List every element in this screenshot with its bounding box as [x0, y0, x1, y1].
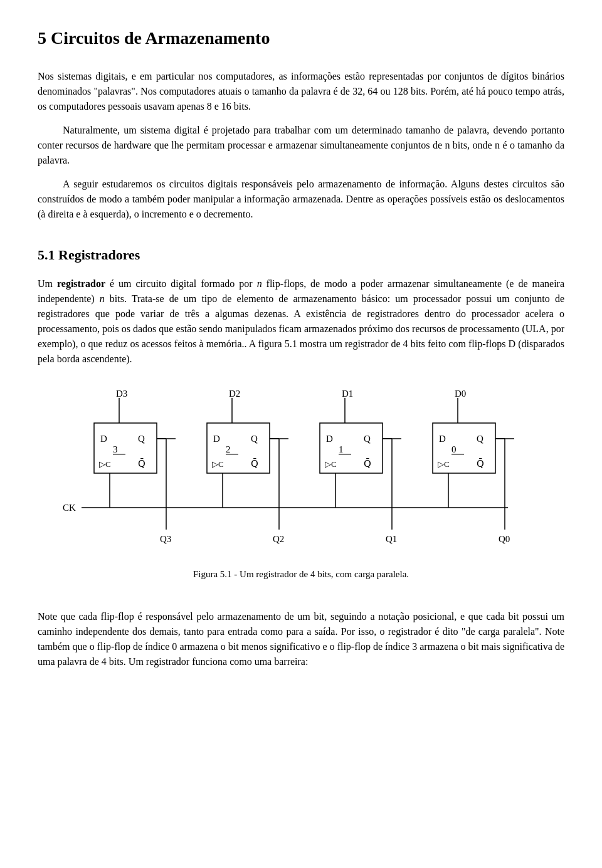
paragraph4-prefix: Um [38, 278, 57, 289]
ff0-num: 0 [452, 444, 457, 454]
ff1-q-label: Q [364, 434, 371, 444]
paragraph5: Note que cada flip-flop é responsável pe… [38, 609, 564, 669]
ff1-d-label: D [326, 434, 333, 444]
paragraph1: Nos sistemas digitais, e em particular n… [38, 69, 564, 114]
label-d0: D0 [455, 389, 466, 399]
ff1-qbar-label: Q̄ [364, 458, 371, 469]
ff3-qbar-label: Q̄ [138, 458, 145, 469]
ff0-d-label: D [439, 434, 446, 444]
label-d3: D3 [116, 389, 127, 399]
ff1-num: 1 [339, 444, 344, 454]
ff2-q-label: Q [251, 434, 258, 444]
label-d1: D1 [342, 389, 353, 399]
paragraph4-italic1: n [257, 278, 262, 289]
ff3-num: 3 [113, 444, 118, 454]
q2-label: Q2 [273, 534, 284, 544]
ff2-qbar-label: Q̄ [251, 458, 258, 469]
ff0-q-label: Q [477, 434, 483, 444]
section1-title: 5.1 Registradores [38, 244, 564, 265]
q0-label: Q0 [499, 534, 510, 544]
ff1-c-label: ▷C [325, 459, 337, 469]
q3-label: Q3 [160, 534, 171, 544]
paragraph4-bold: registrador [57, 278, 105, 289]
ff2-c-label: ▷C [212, 459, 224, 469]
ff2-d-label: D [213, 434, 220, 444]
chapter-title: 5 Circuitos de Armazenamento [38, 25, 564, 51]
figure-5-1: D3 D2 D1 D0 D Q 3 ▷C Q̄ D Q 2 ▷C Q̄ D Q … [38, 385, 564, 590]
paragraph4-after: é um circuito digital formado por [105, 278, 257, 289]
ff3-d-label: D [100, 434, 107, 444]
ff0-c-label: ▷C [438, 459, 450, 469]
paragraph3: A seguir estudaremos os circuitos digita… [38, 177, 564, 222]
circuit-diagram: D3 D2 D1 D0 D Q 3 ▷C Q̄ D Q 2 ▷C Q̄ D Q … [56, 385, 546, 561]
figure-caption: Figura 5.1 - Um registrador de 4 bits, c… [193, 567, 409, 582]
ff3-c-label: ▷C [99, 459, 111, 469]
paragraph2: Naturalmente, um sistema digital é proje… [38, 123, 564, 168]
ck-label: CK [63, 503, 76, 513]
label-d2: D2 [229, 389, 240, 399]
ff2-num: 2 [226, 444, 231, 454]
paragraph4-italic2: n [100, 293, 105, 304]
ff3-q-label: Q [138, 434, 145, 444]
paragraph4: Um registrador é um circuito digital for… [38, 276, 564, 367]
ff0-qbar-label: Q̄ [477, 458, 484, 469]
q1-label: Q1 [386, 534, 397, 544]
paragraph4-rest2: bits. Trata-se de um tipo de elemento de… [38, 293, 564, 364]
